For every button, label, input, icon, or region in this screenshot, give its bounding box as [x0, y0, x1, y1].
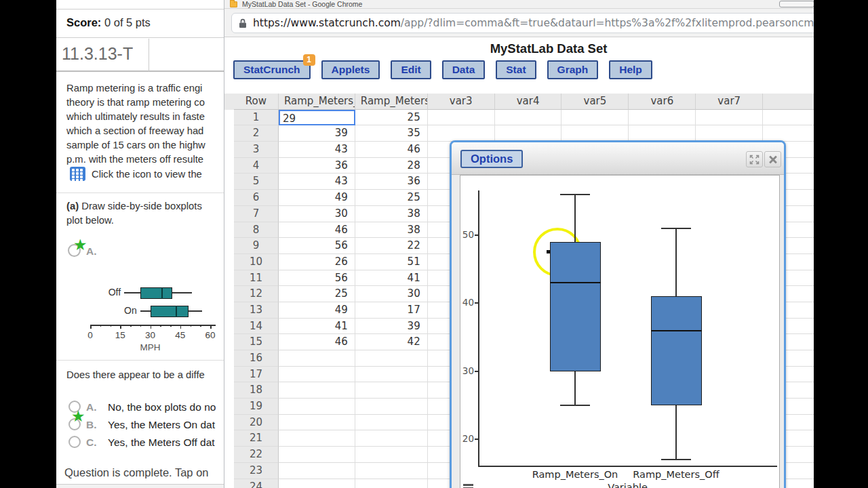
row-number[interactable]: 17 — [234, 367, 279, 383]
header-row[interactable]: Row — [234, 94, 279, 110]
row-number[interactable]: 4 — [234, 158, 279, 174]
header-ramp-meters-off[interactable]: Ramp_Meters_Off — [355, 94, 428, 110]
row-number[interactable]: 12 — [234, 286, 279, 302]
cell-var5[interactable] — [561, 110, 629, 126]
cell-ramp-meters-off[interactable] — [355, 415, 428, 431]
cell-ramp-meters-on[interactable]: 49 — [279, 190, 355, 206]
row-number[interactable]: 7 — [234, 206, 279, 222]
cell-ramp-meters-off[interactable]: 25 — [355, 190, 428, 206]
row-number[interactable]: 2 — [234, 125, 279, 142]
cell-ramp-meters-on[interactable]: 56 — [279, 238, 355, 254]
row-number[interactable]: 10 — [234, 254, 279, 270]
cell-ramp-meters-on[interactable] — [279, 447, 355, 463]
cell-ramp-meters-off[interactable]: 41 — [355, 270, 428, 287]
cell-ramp-meters-on[interactable]: 41 — [279, 319, 355, 335]
boxplot-box[interactable] — [550, 242, 601, 371]
cell-ramp-meters-on[interactable]: 46 — [279, 222, 355, 239]
cell-ramp-meters-on[interactable]: 43 — [279, 174, 355, 190]
cell-ramp-meters-off[interactable] — [355, 463, 428, 479]
cell-var6[interactable] — [629, 110, 696, 126]
cell-ramp-meters-on[interactable]: 36 — [279, 158, 355, 174]
row-number[interactable]: 24 — [234, 479, 279, 488]
cell-ramp-meters-on[interactable]: 43 — [279, 142, 355, 158]
header-var4[interactable]: var4 — [495, 94, 562, 110]
header-var7[interactable]: var7 — [696, 94, 763, 110]
cell-ramp-meters-off[interactable]: 30 — [355, 286, 428, 302]
cell-ramp-meters-off[interactable]: 38 — [355, 222, 428, 239]
expand-icon[interactable] — [746, 151, 763, 167]
cell-ramp-meters-off[interactable]: 22 — [355, 238, 428, 254]
cell-var4[interactable] — [495, 110, 562, 126]
cell-ramp-meters-off[interactable] — [355, 367, 428, 383]
cell-ramp-meters-off[interactable] — [355, 430, 428, 447]
cell-ramp-meters-on[interactable]: 56 — [279, 270, 355, 287]
cell-ramp-meters-off[interactable]: 36 — [355, 174, 428, 190]
cell-ramp-meters-off[interactable] — [355, 399, 428, 415]
cell-ramp-meters-on[interactable]: 25 — [279, 286, 355, 302]
hamburger-menu-icon[interactable] — [463, 484, 473, 488]
cell-var3[interactable] — [428, 110, 495, 126]
cell-ramp-meters-on[interactable]: 26 — [279, 254, 355, 270]
cell-ramp-meters-off[interactable]: 51 — [355, 254, 428, 270]
row-number[interactable]: 18 — [234, 382, 279, 399]
cell-ramp-meters-off[interactable]: 25 — [355, 110, 428, 126]
choice-c-text[interactable]: Yes, the Meters Off dat — [108, 436, 224, 449]
cell-ramp-meters-on[interactable] — [279, 382, 355, 399]
cell-ramp-meters-on[interactable]: 39 — [279, 125, 355, 142]
header-ramp-meters-on[interactable]: Ramp_Meters_On — [279, 94, 355, 110]
cell-var3[interactable] — [428, 125, 495, 142]
row-number[interactable]: 16 — [234, 350, 279, 367]
row-number[interactable]: 19 — [234, 399, 279, 415]
cell-ramp-meters-on[interactable]: 30 — [279, 206, 355, 222]
menu-help[interactable]: Help — [609, 60, 652, 79]
row-number[interactable]: 22 — [234, 447, 279, 463]
data-table-icon[interactable] — [70, 167, 85, 181]
cell-ramp-meters-on[interactable]: 46 — [279, 334, 355, 350]
row-number[interactable]: 21 — [234, 430, 279, 447]
cell-ramp-meters-off[interactable]: 38 — [355, 206, 428, 222]
cell-ramp-meters-off[interactable]: 46 — [355, 142, 428, 158]
row-number[interactable]: 11 — [234, 270, 279, 287]
cell-ramp-meters-off[interactable]: 39 — [355, 319, 428, 335]
cell-ramp-meters-on[interactable] — [279, 463, 355, 479]
cell-ramp-meters-off[interactable] — [355, 350, 428, 367]
menu-stat[interactable]: Stat — [496, 60, 536, 79]
cell-var7[interactable] — [696, 125, 763, 142]
address-input[interactable]: https://www.statcrunch.com/app/?dlim=com… — [231, 13, 867, 33]
cell-ramp-meters-off[interactable] — [355, 479, 428, 488]
close-icon[interactable] — [764, 151, 781, 167]
cell-ramp-meters-on[interactable] — [279, 430, 355, 447]
cell-ramp-meters-on[interactable] — [279, 367, 355, 383]
cell-var7[interactable] — [696, 110, 763, 126]
row-number[interactable]: 23 — [234, 463, 279, 479]
choice-c-radio[interactable] — [68, 436, 81, 448]
cell-ramp-meters-on[interactable] — [279, 479, 355, 488]
cell-ramp-meters-on[interactable] — [279, 415, 355, 431]
cell-ramp-meters-off[interactable]: 17 — [355, 302, 428, 319]
header-var3[interactable]: var3 — [428, 94, 495, 110]
choice-a-text[interactable]: No, the box plots do no — [108, 401, 224, 413]
row-number[interactable]: 1 — [234, 110, 279, 126]
menu-applets[interactable]: Applets — [321, 60, 380, 79]
header-var5[interactable]: var5 — [561, 94, 629, 110]
cell-var5[interactable] — [561, 125, 629, 142]
row-number[interactable]: 13 — [234, 302, 279, 319]
cell-var4[interactable] — [495, 125, 562, 142]
row-number[interactable]: 9 — [234, 238, 279, 254]
cell-ramp-meters-on[interactable]: 49 — [279, 302, 355, 319]
menu-graph[interactable]: Graph — [547, 60, 599, 79]
options-button[interactable]: Options — [460, 150, 523, 168]
menu-statcrunch[interactable]: StatCrunch 1 — [233, 60, 311, 79]
row-number[interactable]: 15 — [234, 334, 279, 350]
cell-ramp-meters-off[interactable]: 28 — [355, 158, 428, 174]
row-number[interactable]: 14 — [234, 319, 279, 335]
cell-ramp-meters-off[interactable]: 42 — [355, 334, 428, 350]
row-number[interactable]: 5 — [234, 174, 279, 190]
window-titlebar[interactable]: MyStatLab Data Set - Google Chrome — [224, 0, 868, 9]
header-var6[interactable]: var6 — [629, 94, 696, 110]
window-control-button[interactable] — [779, 1, 814, 7]
row-number[interactable]: 20 — [234, 415, 279, 431]
row-number[interactable]: 8 — [234, 222, 279, 239]
cell-ramp-meters-off[interactable] — [355, 382, 428, 399]
selected-cell[interactable]: 29 — [279, 110, 355, 126]
